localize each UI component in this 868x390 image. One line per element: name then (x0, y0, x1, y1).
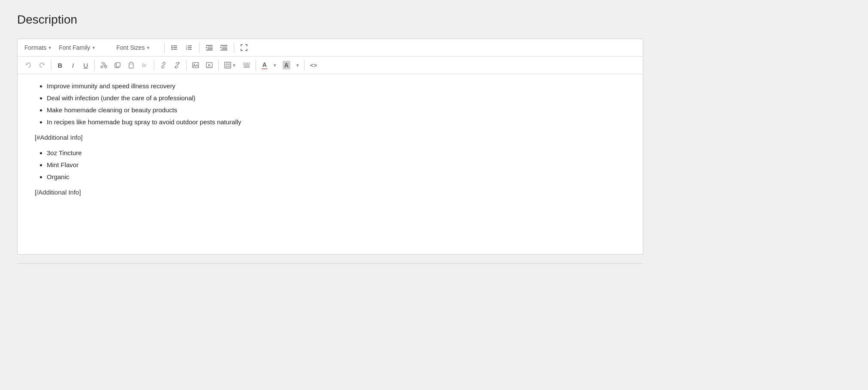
svg-rect-14 (208, 48, 213, 49)
bg-color-a-label: A (283, 61, 290, 69)
hr-icon (243, 62, 250, 69)
paste-icon (128, 62, 135, 69)
fullscreen-button[interactable] (238, 42, 250, 54)
svg-marker-41 (208, 64, 211, 66)
hr-button[interactable] (240, 59, 253, 71)
unlink-button[interactable] (171, 59, 184, 71)
separator-10 (304, 60, 304, 70)
svg-rect-42 (206, 66, 212, 68)
svg-rect-17 (220, 45, 227, 46)
bold-icon: B (58, 62, 63, 69)
undo-button[interactable] (22, 59, 35, 71)
svg-rect-19 (222, 48, 227, 49)
formats-label: Formats (24, 44, 46, 51)
font-sizes-dropdown[interactable]: Font Sizes ▼ (114, 42, 161, 54)
svg-point-0 (172, 45, 173, 47)
svg-rect-9 (188, 47, 192, 48)
separator-6 (154, 60, 154, 70)
separator-9 (256, 60, 256, 70)
bg-color-dropdown-arrow: ▼ (295, 63, 300, 68)
formats-dropdown[interactable]: Formats ▼ (22, 42, 54, 54)
svg-point-2 (172, 47, 173, 48)
table-dropdown-arrow: ▼ (232, 63, 236, 68)
bg-color-button[interactable]: A (280, 59, 293, 71)
editor-content-area[interactable]: Improve immunity and speed illness recov… (18, 74, 643, 254)
copy-button[interactable] (111, 59, 124, 71)
indent-icon (220, 44, 227, 51)
toolbar-row2: B I U (18, 57, 643, 74)
svg-rect-18 (222, 47, 227, 48)
bg-color-dropdown[interactable]: ▼ (294, 59, 301, 71)
media-button[interactable] (203, 59, 216, 71)
separator-3 (234, 42, 234, 53)
list-item: Improve immunity and speed illness recov… (47, 81, 626, 91)
svg-marker-21 (220, 47, 222, 48)
cut-icon (100, 62, 107, 69)
redo-icon (39, 62, 45, 69)
rich-text-editor: Formats ▼ Font Family ▼ Font Sizes ▼ (17, 39, 643, 255)
italic-button[interactable]: I (67, 59, 79, 71)
list-item: 3oz Tincture (47, 148, 626, 158)
separator-4 (51, 60, 51, 70)
image-button[interactable] (189, 59, 202, 71)
outdent-icon (206, 44, 213, 51)
link-button[interactable] (157, 59, 170, 71)
svg-rect-13 (208, 47, 213, 48)
fullscreen-icon (241, 44, 247, 51)
cut-button[interactable] (97, 59, 110, 71)
svg-text:Ix: Ix (142, 62, 146, 68)
clear-format-button[interactable]: Ix (139, 59, 151, 71)
svg-rect-38 (193, 63, 199, 68)
page-title: Description (17, 13, 851, 27)
table-button[interactable]: ▼ (221, 59, 239, 71)
indent-button[interactable] (217, 42, 230, 54)
svg-point-4 (172, 49, 173, 50)
separator-5 (94, 60, 95, 70)
svg-rect-15 (206, 50, 213, 51)
svg-text:3.: 3. (186, 48, 188, 51)
separator-7 (186, 60, 187, 70)
font-sizes-dropdown-arrow: ▼ (146, 45, 150, 50)
table-icon (224, 62, 231, 69)
font-sizes-label: Font Sizes (116, 44, 145, 51)
separator-2 (199, 42, 199, 53)
bold-button[interactable]: B (54, 59, 66, 71)
copy-icon (114, 62, 121, 69)
list-item: Deal with infection (under the care of a… (47, 93, 626, 103)
font-family-dropdown-arrow: ▼ (91, 45, 96, 50)
underline-button[interactable]: U (80, 59, 92, 71)
list-item: Make homemade cleaning or beauty product… (47, 105, 626, 115)
additional-info-close-tag: [/Additional Info] (35, 187, 626, 198)
unordered-list-button[interactable] (168, 42, 181, 54)
toolbar-row1: Formats ▼ Font Family ▼ Font Sizes ▼ (18, 39, 643, 57)
svg-line-34 (162, 64, 165, 66)
page-bottom-divider (17, 263, 643, 264)
svg-rect-49 (247, 63, 250, 65)
unlink-icon (174, 62, 181, 69)
unordered-list-icon (171, 44, 178, 51)
underline-icon: U (84, 62, 88, 69)
list-item: Mint Flavor (47, 160, 626, 170)
svg-line-35 (176, 64, 178, 66)
svg-rect-29 (116, 63, 120, 67)
redo-button[interactable] (36, 59, 48, 71)
svg-point-26 (101, 66, 103, 68)
separator-1 (164, 42, 165, 53)
font-color-group: A ▼ (259, 59, 279, 71)
font-color-a-label: A (262, 61, 267, 68)
font-color-dropdown-arrow: ▼ (273, 63, 277, 68)
outdent-button[interactable] (203, 42, 216, 54)
ordered-list-button[interactable]: 1. 2. 3. (183, 42, 196, 54)
font-color-button[interactable]: A (259, 59, 271, 71)
media-icon (206, 62, 213, 69)
source-code-button[interactable]: <> (307, 59, 320, 71)
svg-rect-11 (188, 49, 192, 50)
svg-rect-3 (173, 47, 177, 48)
font-color-bar (262, 69, 268, 69)
bg-color-group: A ▼ (280, 59, 301, 71)
font-family-label: Font Family (59, 44, 90, 51)
additional-info-list: 3oz Tincture Mint Flavor Organic (47, 148, 626, 182)
font-color-dropdown[interactable]: ▼ (271, 59, 279, 71)
font-family-dropdown[interactable]: Font Family ▼ (56, 42, 112, 54)
paste-button[interactable] (125, 59, 138, 71)
